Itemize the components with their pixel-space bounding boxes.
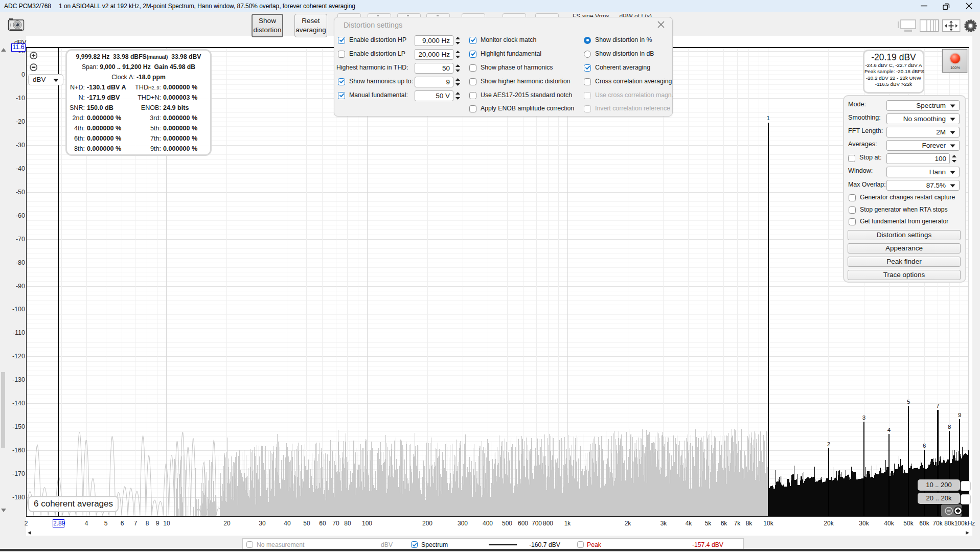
svg-text:2: 2 (827, 441, 830, 447)
svg-text:3: 3 (862, 415, 865, 421)
svg-text:7: 7 (936, 403, 939, 409)
svg-text:8: 8 (948, 424, 951, 430)
svg-text:9: 9 (958, 412, 961, 418)
svg-text:5: 5 (907, 399, 910, 405)
svg-text:6: 6 (923, 443, 926, 449)
svg-text:1: 1 (767, 115, 770, 121)
svg-text:4: 4 (887, 427, 891, 433)
